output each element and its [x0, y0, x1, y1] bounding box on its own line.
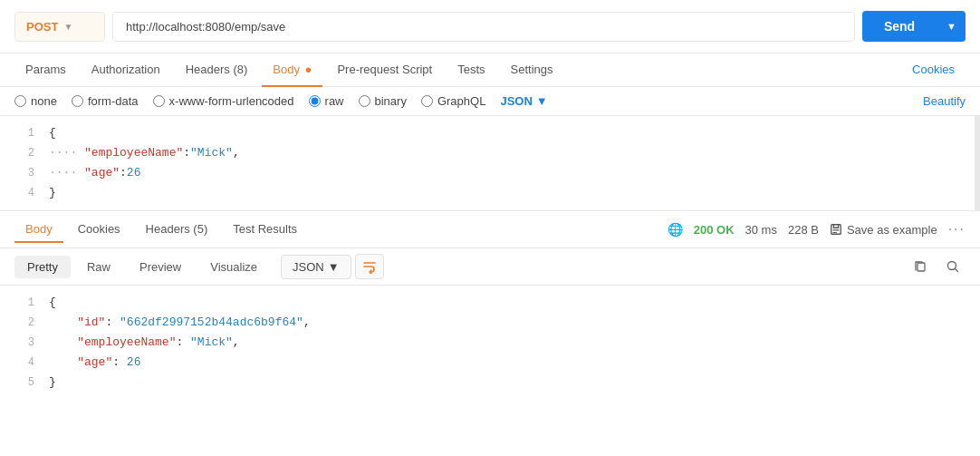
copy-icon	[913, 259, 927, 274]
svg-rect-1	[918, 263, 925, 271]
tab-tests[interactable]: Tests	[447, 53, 495, 87]
fmt-tab-raw[interactable]: Raw	[74, 256, 123, 278]
option-urlencoded[interactable]: x-www-form-urlencoded	[153, 94, 294, 108]
resp-tab-body[interactable]: Body	[14, 217, 63, 243]
response-body: 1 { 2 "id": "662df2997152b44adc6b9f64", …	[0, 286, 980, 400]
url-input[interactable]	[112, 12, 855, 42]
tab-settings[interactable]: Settings	[500, 53, 564, 87]
indent-dots: ····	[49, 146, 77, 160]
body-options: none form-data x-www-form-urlencoded raw…	[0, 87, 980, 116]
resp-tab-headers[interactable]: Headers (5)	[135, 217, 219, 243]
json-format-select[interactable]: JSON ▼	[500, 94, 547, 108]
save-example-button[interactable]: Save as example	[830, 223, 937, 237]
tab-params[interactable]: Params	[14, 53, 77, 87]
request-body-editor[interactable]: 1 { 2 ···· "employeeName":"Mick", 3 ····…	[0, 116, 980, 211]
response-format-bar: Pretty Raw Preview Visualize JSON ▼	[0, 248, 980, 286]
search-icon	[946, 259, 960, 274]
method-label: POST	[26, 20, 58, 34]
resp-tab-test-results[interactable]: Test Results	[222, 217, 308, 243]
fmt-tab-pretty[interactable]: Pretty	[14, 256, 71, 278]
resp-line-1: 1 {	[0, 293, 980, 313]
req-line-2: 2 ···· "employeeName":"Mick",	[0, 143, 980, 163]
resp-line-3: 3 "employeeName": "Mick",	[0, 333, 980, 353]
send-label: Send	[862, 11, 937, 42]
option-none[interactable]: none	[14, 94, 57, 108]
resp-line-4: 4 "age": 26	[0, 353, 980, 373]
beautify-button[interactable]: Beautify	[923, 94, 966, 108]
response-json-select[interactable]: JSON ▼	[281, 255, 351, 279]
option-form-data[interactable]: form-data	[72, 94, 139, 108]
resp-line-2: 2 "id": "662df2997152b44adc6b9f64",	[0, 313, 980, 333]
more-options-button[interactable]: ···	[948, 221, 966, 238]
wrap-icon	[362, 259, 377, 274]
fmt-tab-preview[interactable]: Preview	[127, 256, 194, 278]
req-line-4: 4 }	[0, 183, 980, 203]
method-chevron-icon: ▼	[63, 22, 72, 32]
response-size: 228 B	[788, 223, 819, 237]
option-raw[interactable]: raw	[309, 94, 344, 108]
response-action-icons	[908, 254, 966, 279]
response-time: 30 ms	[745, 223, 777, 237]
json-chevron-icon: ▼	[536, 94, 548, 108]
method-select[interactable]: POST ▼	[14, 12, 105, 42]
save-icon	[830, 223, 842, 236]
send-button[interactable]: Send ▼	[862, 11, 966, 42]
copy-button[interactable]	[908, 254, 933, 279]
scrollbar[interactable]	[975, 116, 980, 210]
req-line-3: 3 ···· "age":26	[0, 163, 980, 183]
search-button[interactable]	[940, 254, 966, 279]
response-meta: 🌐 200 OK 30 ms 228 B Save as example ···	[668, 221, 966, 238]
tab-cookies-link[interactable]: Cookies	[901, 53, 966, 87]
send-chevron-icon[interactable]: ▼	[937, 13, 966, 40]
option-graphql[interactable]: GraphQL	[421, 94, 485, 108]
tab-pre-request-script[interactable]: Pre-request Script	[326, 53, 443, 87]
response-tabs-bar: Body Cookies Headers (5) Test Results 🌐 …	[0, 211, 980, 248]
wrap-lines-button[interactable]	[355, 254, 384, 279]
globe-icon: 🌐	[668, 222, 683, 237]
tab-headers[interactable]: Headers (8)	[175, 53, 259, 87]
json-chevron-icon: ▼	[328, 260, 340, 274]
tab-authorization[interactable]: Authorization	[81, 53, 171, 87]
option-binary[interactable]: binary	[359, 94, 407, 108]
fmt-tab-visualize[interactable]: Visualize	[197, 256, 270, 278]
nav-tabs: Params Authorization Headers (8) Body ● …	[0, 53, 980, 87]
resp-line-5: 5 }	[0, 373, 980, 393]
body-dot-indicator: ●	[305, 63, 312, 76]
req-line-1: 1 {	[0, 123, 980, 143]
status-badge: 200 OK	[694, 223, 735, 237]
resp-tab-cookies[interactable]: Cookies	[67, 217, 131, 243]
top-bar: POST ▼ Send ▼	[0, 0, 980, 53]
tab-body[interactable]: Body ●	[262, 53, 322, 87]
indent-dots: ····	[49, 166, 77, 179]
